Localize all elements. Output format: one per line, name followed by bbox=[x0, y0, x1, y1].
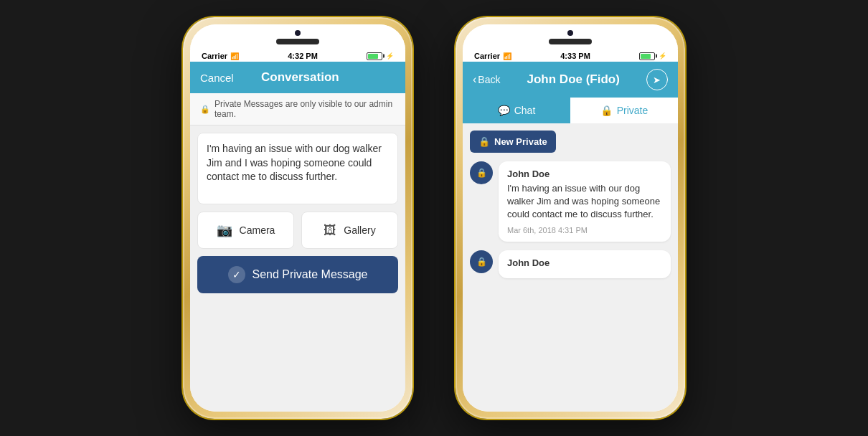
private-tab-label: Private bbox=[617, 105, 648, 116]
chat-bubble-icon: 💬 bbox=[498, 105, 510, 116]
app-header-2: ‹ Back John Doe (Fido) ➤ bbox=[463, 62, 678, 98]
time-label-2: 4:33 PM bbox=[560, 52, 590, 60]
speaker-2 bbox=[549, 39, 592, 44]
tab-chat[interactable]: 💬 Chat bbox=[463, 98, 570, 123]
message-time-1: Mar 6th, 2018 4:31 PM bbox=[507, 226, 662, 234]
chat-content: 🔒 New Private 🔒 John Doe I'm having an i… bbox=[463, 123, 678, 412]
message-sender-1: John Doe bbox=[507, 169, 662, 179]
new-private-label: New Private bbox=[494, 136, 547, 147]
avatar-lock-icon-1: 🔒 bbox=[476, 168, 487, 178]
avatar-lock-icon-2: 🔒 bbox=[476, 257, 487, 267]
wifi-icon-1: 📶 bbox=[230, 52, 239, 60]
media-buttons: 📷 Camera 🖼 Gallery bbox=[197, 212, 398, 249]
send-location-button[interactable]: ➤ bbox=[646, 69, 668, 90]
status-bar-2: Carrier 📶 4:33 PM ⚡ bbox=[463, 49, 678, 62]
navigate-icon: ➤ bbox=[653, 75, 661, 85]
cancel-button[interactable]: Cancel bbox=[200, 72, 234, 84]
message-sender-2: John Doe bbox=[507, 257, 662, 268]
avatar-1: 🔒 bbox=[470, 161, 493, 184]
send-button-label: Send Private Message bbox=[253, 268, 368, 281]
front-camera-1 bbox=[295, 30, 301, 36]
send-private-button[interactable]: ✓ Send Private Message bbox=[197, 256, 398, 293]
avatar-2: 🔒 bbox=[470, 250, 493, 273]
charging-bolt-1: ⚡ bbox=[386, 52, 394, 60]
gallery-button[interactable]: 🖼 Gallery bbox=[301, 212, 398, 249]
status-bar-1: Carrier 📶 4:32 PM ⚡ bbox=[190, 49, 405, 62]
tab-bar: 💬 Chat 🔒 Private bbox=[463, 98, 678, 123]
new-private-button[interactable]: 🔒 New Private bbox=[470, 131, 556, 153]
time-label-1: 4:32 PM bbox=[288, 52, 318, 60]
lock-tab-icon: 🔒 bbox=[600, 105, 613, 116]
phone-1: Carrier 📶 4:32 PM ⚡ Cancel Conversation bbox=[183, 17, 412, 419]
back-label: Back bbox=[478, 74, 500, 85]
phone-2-screen: Carrier 📶 4:33 PM ⚡ ‹ Back John Doe (Fid… bbox=[463, 24, 678, 412]
battery-icon-2 bbox=[639, 52, 655, 60]
camera-icon: 📷 bbox=[217, 222, 232, 238]
lock-new-icon: 🔒 bbox=[478, 136, 490, 147]
carrier-label-2: Carrier bbox=[474, 52, 500, 60]
app-header-1: Cancel Conversation bbox=[190, 62, 405, 93]
tab-private[interactable]: 🔒 Private bbox=[570, 98, 678, 123]
speaker-1 bbox=[276, 39, 319, 44]
conversation-title: Conversation bbox=[261, 70, 339, 85]
phone-1-screen: Carrier 📶 4:32 PM ⚡ Cancel Conversation bbox=[190, 24, 405, 412]
message-text-1: I'm having an issue with our dog walker … bbox=[507, 182, 662, 222]
battery-icon-1 bbox=[367, 52, 382, 60]
battery-fill-2 bbox=[641, 54, 651, 59]
phone-2-top bbox=[463, 24, 678, 49]
lock-icon: 🔒 bbox=[200, 105, 210, 114]
phone-1-top bbox=[190, 24, 405, 49]
send-check-icon: ✓ bbox=[228, 266, 245, 283]
wifi-icon-2: 📶 bbox=[503, 52, 511, 60]
back-button[interactable]: ‹ Back bbox=[473, 73, 500, 86]
message-bubble-2: John Doe bbox=[499, 250, 671, 278]
chevron-left-icon: ‹ bbox=[473, 73, 476, 86]
carrier-label-1: Carrier bbox=[202, 52, 227, 60]
message-bubble-1: John Doe I'm having an issue with our do… bbox=[499, 161, 671, 242]
gallery-label: Gallery bbox=[344, 224, 375, 236]
charging-bolt-2: ⚡ bbox=[659, 52, 666, 60]
front-camera-2 bbox=[567, 30, 573, 36]
battery-fill-1 bbox=[368, 54, 378, 59]
conversation-title-2: John Doe (Fido) bbox=[527, 72, 620, 87]
gallery-icon: 🖼 bbox=[324, 223, 336, 238]
message-item-2: 🔒 John Doe bbox=[470, 250, 671, 278]
message-input[interactable]: I'm having an issue with our dog walker … bbox=[197, 133, 398, 204]
message-item-1: 🔒 John Doe I'm having an issue with our … bbox=[470, 161, 671, 242]
phones-container: Carrier 📶 4:32 PM ⚡ Cancel Conversation bbox=[183, 17, 685, 419]
camera-button[interactable]: 📷 Camera bbox=[197, 212, 294, 249]
camera-label: Camera bbox=[240, 224, 275, 236]
private-notice: 🔒 Private Messages are only visible to o… bbox=[190, 93, 405, 125]
private-notice-text: Private Messages are only visible to our… bbox=[214, 99, 395, 119]
phone-1-content: 🔒 Private Messages are only visible to o… bbox=[190, 93, 405, 412]
phone-2: Carrier 📶 4:33 PM ⚡ ‹ Back John Doe (Fid… bbox=[456, 17, 685, 419]
chat-tab-label: Chat bbox=[514, 105, 536, 116]
